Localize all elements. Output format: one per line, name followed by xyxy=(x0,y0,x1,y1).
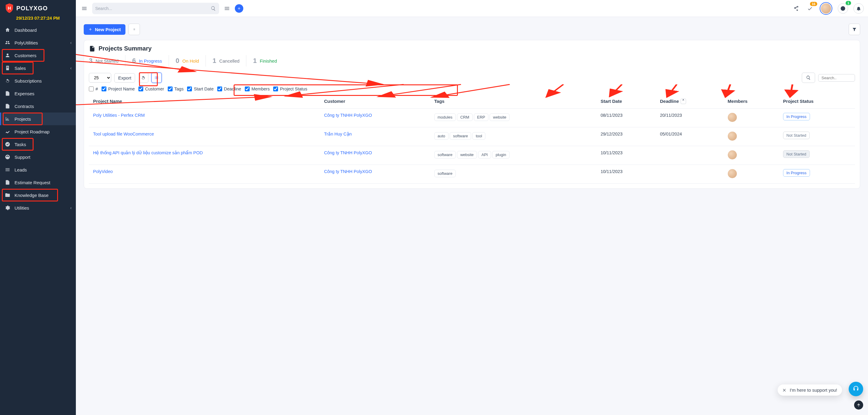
sidebar-item-leads[interactable]: Leads xyxy=(0,164,76,176)
col-toggle-tags[interactable]: Tags xyxy=(168,87,184,91)
bell-icon[interactable] xyxy=(854,3,864,13)
nav-icon xyxy=(4,166,11,173)
col-toggle-checkbox[interactable] xyxy=(217,87,222,91)
sidebar-item-contracts[interactable]: Contracts xyxy=(0,100,76,113)
columns-button[interactable] xyxy=(151,72,162,83)
sidebar-item-customers[interactable]: Customers xyxy=(0,49,76,62)
col-toggle-customer[interactable]: Customer xyxy=(138,87,164,91)
export-button[interactable]: Export xyxy=(114,73,135,83)
sidebar-item-project-roadmap[interactable]: Project Roadmap xyxy=(0,125,76,138)
tag[interactable]: CRM xyxy=(457,113,473,121)
chevron-left-icon: ‹ xyxy=(70,66,72,70)
customer-link[interactable]: Công ty TNHH PolyXGO xyxy=(324,169,372,174)
sidebar-item-utilities[interactable]: Utilities ‹ xyxy=(0,202,76,214)
sidebar-item-estimate-request[interactable]: Estimate Request xyxy=(0,176,76,189)
tag[interactable]: plugin xyxy=(492,151,509,158)
col-toggle-checkbox[interactable] xyxy=(245,87,250,91)
filter-button[interactable] xyxy=(849,24,860,35)
sidebar-item-sales[interactable]: Sales ‹ xyxy=(0,62,76,75)
sidebar-item-polyutilities[interactable]: PolyUtilities ‹ xyxy=(0,36,76,49)
table-search-button[interactable] xyxy=(802,72,815,83)
col-toggle--[interactable]: # xyxy=(89,87,98,91)
col-toggle-project-status[interactable]: Project Status xyxy=(273,87,307,91)
col-toggle-checkbox[interactable] xyxy=(101,87,106,91)
customer-link[interactable]: Trần Huy Cận xyxy=(324,131,352,137)
tag[interactable]: auto xyxy=(434,132,448,140)
project-link[interactable]: Hệ thống API quản lý dữ liệu customize s… xyxy=(93,150,203,155)
col-toggle-checkbox[interactable] xyxy=(138,87,143,91)
nav-label: Customers xyxy=(14,53,72,58)
menu-list-icon[interactable] xyxy=(223,4,231,13)
sidebar-item-tasks[interactable]: Tasks xyxy=(0,138,76,151)
col-toggle-members[interactable]: Members xyxy=(245,87,270,91)
col-toggle-checkbox[interactable] xyxy=(89,87,94,91)
customer-link[interactable]: Công ty TNHH PolyXGO xyxy=(324,150,372,155)
status-pill[interactable]: Not Started xyxy=(783,131,810,139)
new-project-button[interactable]: New Project xyxy=(84,24,125,35)
table-search[interactable] xyxy=(818,74,855,82)
tag[interactable]: website xyxy=(457,151,477,158)
timer-notif[interactable]: 1 xyxy=(838,3,848,13)
check-notif[interactable]: 16 xyxy=(806,4,814,13)
tag[interactable]: tool xyxy=(472,132,485,140)
customer-link[interactable]: Công ty TNHH PolyXGO xyxy=(324,113,372,118)
member-avatar[interactable] xyxy=(728,131,737,141)
tag[interactable]: API xyxy=(478,151,491,158)
th-project-status[interactable]: Project Status xyxy=(779,94,855,109)
quick-add-button[interactable] xyxy=(235,4,243,13)
col-toggle-checkbox[interactable] xyxy=(168,87,173,91)
sidebar-item-expenses[interactable]: Expenses xyxy=(0,87,76,100)
global-search[interactable] xyxy=(92,3,219,14)
status-pill[interactable]: In Progress xyxy=(783,169,810,177)
refresh-button[interactable] xyxy=(138,72,148,83)
status-pill[interactable]: In Progress xyxy=(783,113,810,120)
brand[interactable]: H POLYXGO xyxy=(0,0,76,14)
project-link[interactable]: Tool upload file WooCommerce xyxy=(93,131,154,137)
tag[interactable]: website xyxy=(490,113,509,121)
menu-toggle-icon[interactable] xyxy=(80,4,89,13)
col-toggle-checkbox[interactable] xyxy=(187,87,192,91)
user-avatar[interactable] xyxy=(819,2,832,15)
sidebar-item-dashboard[interactable]: Dashboard xyxy=(0,24,76,36)
scroll-top-button[interactable] xyxy=(854,401,863,410)
view-mode-button[interactable] xyxy=(128,24,140,35)
col-toggle-project-name[interactable]: Project Name xyxy=(101,87,135,91)
th-start-date[interactable]: Start Date xyxy=(596,94,656,109)
col-toggle-deadline[interactable]: Deadline xyxy=(217,87,241,91)
page-size-select[interactable]: 25 xyxy=(89,73,111,83)
nav-icon xyxy=(4,154,11,160)
member-avatar[interactable] xyxy=(728,113,737,122)
status-pill[interactable]: Not Started xyxy=(783,150,810,158)
tag[interactable]: ERP xyxy=(474,113,489,121)
member-avatar[interactable] xyxy=(728,150,737,159)
col-toggle-start-date[interactable]: Start Date xyxy=(187,87,213,91)
support-bubble[interactable]: I'm here to support you! xyxy=(778,384,842,396)
th-project-name[interactable]: Project Name xyxy=(89,94,320,109)
tag[interactable]: modules xyxy=(434,113,456,121)
col-toggle-label: # xyxy=(95,87,98,91)
th-deadline[interactable]: Deadline˄ xyxy=(656,94,723,109)
member-avatar[interactable] xyxy=(728,169,737,178)
col-toggle-checkbox[interactable] xyxy=(273,87,278,91)
tag[interactable]: software xyxy=(434,170,456,177)
sidebar-item-support[interactable]: Support xyxy=(0,151,76,164)
table-search-input[interactable] xyxy=(822,76,852,80)
th-members[interactable]: Members xyxy=(723,94,779,109)
support-fab[interactable] xyxy=(849,382,863,396)
table-row: PolyVideo Công ty TNHH PolyXGO software … xyxy=(89,165,855,184)
project-link[interactable]: Poly Utilities - Perfex CRM xyxy=(93,113,145,118)
tag[interactable]: software xyxy=(434,151,456,158)
th-customer[interactable]: Customer xyxy=(320,94,430,109)
new-project-label: New Project xyxy=(95,27,121,32)
close-icon[interactable] xyxy=(782,388,787,392)
tag[interactable]: software xyxy=(450,132,471,140)
sidebar-item-projects[interactable]: Projects xyxy=(0,113,76,125)
share-icon[interactable] xyxy=(792,4,800,13)
sidebar-item-knowledge-base[interactable]: Knowledge Base xyxy=(0,189,76,202)
project-link[interactable]: PolyVideo xyxy=(93,169,113,174)
search-input[interactable] xyxy=(95,6,211,11)
sidebar-item-subscriptions[interactable]: Subscriptions xyxy=(0,75,76,87)
brand-text: POLYXGO xyxy=(16,5,48,12)
th-tags[interactable]: Tags xyxy=(430,94,596,109)
stat-label: On Hold xyxy=(182,58,199,63)
